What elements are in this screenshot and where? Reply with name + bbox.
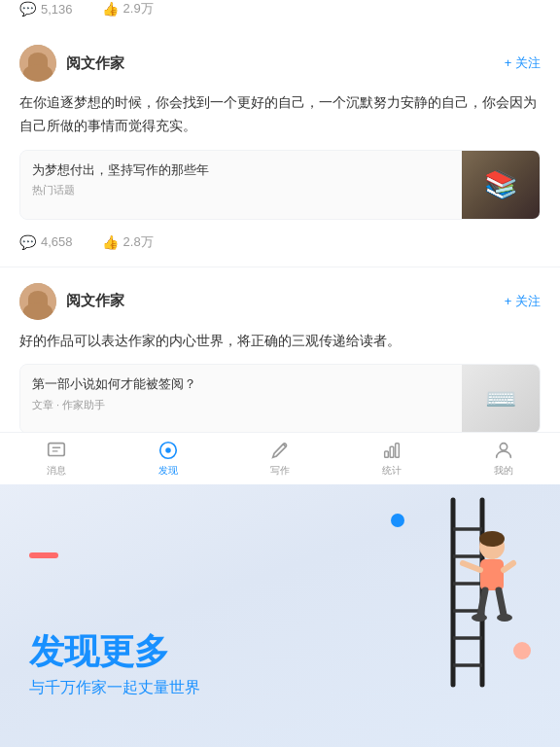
like-count-1: 2.8万 — [123, 233, 154, 251]
post-content-2: 好的作品可以表达作家的内心世界，将正确的三观传递给读者。 — [19, 330, 541, 353]
stats-row-1: 💬 4,658 👍 2.8万 — [19, 233, 541, 251]
nav-label-write: 写作 — [270, 464, 290, 478]
link-card-tag-1: 热门话题 — [32, 183, 450, 197]
author-name-1: 阅文作家 — [66, 54, 124, 73]
avatar-face-1 — [19, 45, 56, 82]
comment-icon: 💬 — [19, 1, 36, 17]
svg-line-19 — [504, 563, 513, 570]
nav-label-discover: 发现 — [158, 464, 178, 478]
mine-icon — [493, 440, 514, 461]
discovery-section: 发现更多 与千万作家一起丈量世界 — [0, 484, 560, 747]
like-stat-1: 👍 2.8万 — [102, 233, 154, 251]
top-stats-row: 💬 5,136 👍 2.9万 — [0, 0, 560, 29]
comment-icon-1: 💬 — [19, 234, 36, 250]
post-content-1: 在你追逐梦想的时候，你会找到一个更好的自己，一个沉默努力安静的自己，你会因为自己… — [19, 91, 541, 138]
author-name-2: 阅文作家 — [66, 292, 124, 310]
avatar-2 — [19, 283, 56, 320]
ladder-illustration — [395, 490, 541, 694]
link-card-thumb-2 — [462, 365, 540, 433]
comment-count-1: 4,658 — [41, 234, 73, 249]
top-like-stat: 👍 2.9万 — [102, 0, 154, 18]
svg-rect-4 — [390, 446, 394, 457]
link-card-thumb-1 — [462, 151, 540, 219]
top-like-count: 2.9万 — [123, 0, 154, 18]
svg-point-23 — [497, 614, 512, 622]
link-card-content-2: 第一部小说如何才能被签阅？ 文章 · 作家助手 — [20, 365, 462, 433]
follow-button-1[interactable]: + 关注 — [505, 54, 541, 72]
svg-line-21 — [499, 590, 504, 615]
feed-container: 阅文作家 + 关注 在你追逐梦想的时候，你会找到一个更好的自己，一个沉默努力安静… — [0, 29, 560, 481]
post-header-2: 阅文作家 + 关注 — [19, 283, 541, 320]
svg-line-20 — [480, 590, 485, 615]
deco-bar-red-1 — [29, 552, 58, 558]
svg-rect-17 — [480, 559, 504, 590]
nav-item-mine[interactable]: 我的 — [448, 440, 560, 478]
nav-item-discover[interactable]: 发现 — [112, 440, 224, 478]
link-card-2[interactable]: 第一部小说如何才能被签阅？ 文章 · 作家助手 — [19, 364, 541, 434]
comment-stat-1: 💬 4,658 — [19, 234, 73, 250]
nav-label-stats: 统计 — [382, 464, 402, 478]
follow-button-2[interactable]: + 关注 — [505, 293, 541, 310]
link-card-tag-2: 文章 · 作家助手 — [32, 398, 450, 412]
bottom-nav: 消息 发现 写作 统计 我的 — [0, 432, 560, 484]
svg-rect-0 — [48, 444, 64, 456]
news-icon — [46, 440, 67, 461]
svg-point-22 — [472, 614, 487, 622]
avatar-1 — [19, 45, 56, 82]
avatar-face-2 — [19, 283, 56, 320]
link-card-content-1: 为梦想付出，坚持写作的那些年 热门话题 — [20, 151, 462, 219]
svg-point-2 — [165, 447, 171, 453]
write-icon — [269, 440, 291, 461]
nav-item-stats[interactable]: 统计 — [336, 440, 448, 478]
like-icon-1: 👍 — [102, 234, 119, 250]
svg-point-6 — [501, 444, 508, 450]
link-card-title-2: 第一部小说如何才能被签阅？ — [32, 374, 450, 394]
link-card-title-1: 为梦想付出，坚持写作的那些年 — [32, 160, 450, 180]
post-author-1: 阅文作家 — [19, 45, 124, 82]
nav-item-write[interactable]: 写作 — [224, 440, 335, 478]
svg-line-18 — [463, 563, 480, 570]
svg-point-16 — [479, 531, 505, 547]
nav-item-news[interactable]: 消息 — [0, 440, 112, 478]
nav-label-news: 消息 — [47, 464, 66, 478]
svg-rect-5 — [396, 444, 400, 458]
top-comment-count: 5,136 — [41, 2, 73, 17]
top-comment-stat: 💬 5,136 — [19, 1, 73, 17]
svg-rect-3 — [385, 451, 389, 457]
discover-icon — [158, 440, 179, 461]
like-icon: 👍 — [102, 1, 119, 17]
post-author-2: 阅文作家 — [19, 283, 124, 320]
nav-label-mine: 我的 — [494, 464, 513, 478]
stats-icon — [381, 440, 402, 461]
post-header-1: 阅文作家 + 关注 — [19, 45, 541, 82]
link-card-1[interactable]: 为梦想付出，坚持写作的那些年 热门话题 — [19, 150, 541, 220]
post-card-1: 阅文作家 + 关注 在你追逐梦想的时候，你会找到一个更好的自己，一个沉默努力安静… — [0, 29, 560, 267]
